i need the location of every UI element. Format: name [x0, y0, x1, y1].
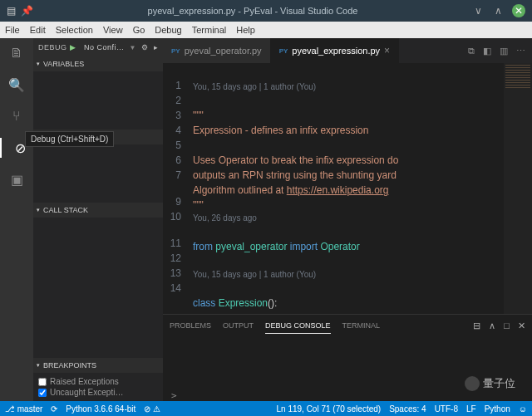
breakpoint-checkbox[interactable] — [38, 389, 47, 397]
status-encoding[interactable]: UTF-8 — [435, 404, 458, 414]
status-problems[interactable]: ⊘ ⚠ — [144, 404, 160, 414]
tab-pyeval-expression[interactable]: PY pyeval_expression.py × — [271, 38, 399, 63]
python-file-icon: PY — [171, 47, 180, 55]
clear-console-icon[interactable]: ⊟ — [473, 321, 480, 331]
status-python[interactable]: Python 3.6.6 64-bit — [66, 404, 135, 414]
debug-header-label: DEBUG — [38, 43, 67, 51]
debug-config-select[interactable]: No Confi… — [84, 43, 125, 51]
breakpoint-row[interactable]: Raised Exceptions — [38, 376, 158, 387]
line-gutter: 1234567 910 11121314 — [163, 63, 186, 314]
breakpoint-label: Raised Exceptions — [50, 377, 119, 386]
activity-bar: 🗎 🔍 ⑂ ⊘ ▣ — [0, 38, 33, 401]
panel-tab-debug-console[interactable]: DEBUG CONSOLE — [265, 318, 331, 334]
menu-terminal[interactable]: Terminal — [192, 25, 227, 35]
tab-pyeval-operator[interactable]: PY pyeval_operator.py — [163, 38, 271, 63]
menu-selection[interactable]: Selection — [56, 25, 93, 35]
codelens[interactable]: You, 15 days ago | 1 author (You) — [193, 81, 532, 93]
status-sync[interactable]: ⟳ — [51, 404, 57, 414]
code-content[interactable]: You, 15 days ago | 1 author (You) """ Ex… — [186, 63, 532, 314]
close-tab-icon[interactable]: × — [384, 45, 390, 56]
app-icon: ▤ — [7, 5, 16, 17]
compare-icon[interactable]: ⧉ — [468, 46, 475, 56]
breakpoints-body: Raised Exceptions Uncaught Excepti… — [33, 373, 163, 401]
minimap[interactable] — [504, 63, 532, 314]
debug-header: DEBUG ▶ No Confi… ▼ ⚙ ▸ — [33, 38, 163, 56]
open-changes-icon[interactable]: ◧ — [483, 46, 491, 56]
breakpoint-row[interactable]: Uncaught Excepti… — [38, 387, 158, 398]
status-branch[interactable]: ⎇ master — [5, 404, 42, 414]
status-position[interactable]: Ln 119, Col 71 (70 selected) — [277, 404, 382, 414]
status-language[interactable]: Python — [485, 404, 510, 414]
scm-icon[interactable]: ⑂ — [7, 106, 27, 126]
split-editor-icon[interactable]: ▥ — [500, 46, 508, 56]
codelens[interactable]: You, 15 days ago | 1 author (You) — [193, 269, 532, 281]
callstack-section-header[interactable]: ▾CALL STACK — [33, 203, 163, 218]
watermark-text: 量子位 — [483, 376, 515, 391]
status-feedback[interactable]: ☺ — [519, 404, 527, 414]
activity-tooltip: Debug (Ctrl+Shift+D) — [25, 131, 114, 147]
status-eol[interactable]: LF — [466, 404, 476, 414]
breakpoint-label: Uncaught Excepti… — [50, 388, 123, 397]
breakpoint-checkbox[interactable] — [38, 378, 47, 386]
menu-bar: File Edit Selection View Go Debug Termin… — [0, 22, 532, 38]
start-debug-button[interactable]: ▶ — [70, 43, 76, 51]
editor-tabs: PY pyeval_operator.py PY pyeval_expressi… — [163, 38, 532, 63]
main-area: 🗎 🔍 ⑂ ⊘ ▣ Debug (Ctrl+Shift+D) DEBUG ▶ N… — [0, 38, 532, 401]
menu-go[interactable]: Go — [133, 25, 145, 35]
explorer-icon[interactable]: 🗎 — [7, 43, 27, 63]
panel-up-icon[interactable]: ∧ — [489, 321, 495, 331]
gear-icon[interactable]: ⚙ — [141, 43, 149, 51]
more-actions-icon[interactable]: ⋯ — [516, 46, 525, 56]
panel-tabs: PROBLEMS OUTPUT DEBUG CONSOLE TERMINAL ⊟… — [163, 315, 532, 336]
search-icon[interactable]: 🔍 — [7, 75, 27, 95]
debug-sidebar: DEBUG ▶ No Confi… ▼ ⚙ ▸ ▾VARIABLES ▾WATC… — [33, 38, 163, 401]
window-title: pyeval_expression.py - PyEval - Visual S… — [33, 6, 472, 16]
extensions-icon[interactable]: ▣ — [7, 169, 27, 189]
debug-console-icon[interactable]: ▸ — [154, 43, 159, 51]
tab-label: pyeval_expression.py — [292, 46, 380, 56]
code-editor[interactable]: 1234567 910 11121314 You, 15 days ago | … — [163, 63, 532, 314]
minimize-button[interactable]: ∨ — [472, 5, 484, 17]
watermark: 量子位 — [465, 376, 515, 391]
maximize-button[interactable]: ∧ — [492, 5, 504, 17]
panel-tab-terminal[interactable]: TERMINAL — [342, 318, 381, 333]
chevron-down-icon[interactable]: ▼ — [130, 44, 136, 51]
close-panel-icon[interactable]: ✕ — [518, 321, 525, 331]
pin-icon: 📌 — [21, 5, 33, 17]
breakpoints-section-header[interactable]: ▾BREAKPOINTS — [33, 358, 163, 373]
maximize-panel-icon[interactable]: □ — [504, 321, 510, 331]
menu-debug[interactable]: Debug — [155, 25, 181, 35]
panel-tab-problems[interactable]: PROBLEMS — [170, 318, 211, 333]
editor-group: PY pyeval_operator.py PY pyeval_expressi… — [163, 38, 532, 401]
variables-section-header[interactable]: ▾VARIABLES — [33, 56, 163, 71]
menu-edit[interactable]: Edit — [30, 25, 46, 35]
status-spaces[interactable]: Spaces: 4 — [389, 404, 426, 414]
menu-help[interactable]: Help — [236, 25, 255, 35]
tab-label: pyeval_operator.py — [185, 46, 262, 56]
python-file-icon: PY — [279, 47, 288, 55]
title-bar: ▤ 📌 pyeval_expression.py - PyEval - Visu… — [0, 0, 532, 22]
menu-file[interactable]: File — [5, 25, 20, 35]
panel-tab-output[interactable]: OUTPUT — [223, 318, 254, 333]
codelens[interactable]: You, 26 days ago — [193, 213, 532, 224]
watermark-icon — [465, 376, 480, 391]
menu-view[interactable]: View — [103, 25, 123, 35]
status-bar: ⎇ master ⟳ Python 3.6.6 64-bit ⊘ ⚠ Ln 11… — [0, 401, 532, 416]
close-button[interactable]: ✕ — [512, 4, 525, 17]
